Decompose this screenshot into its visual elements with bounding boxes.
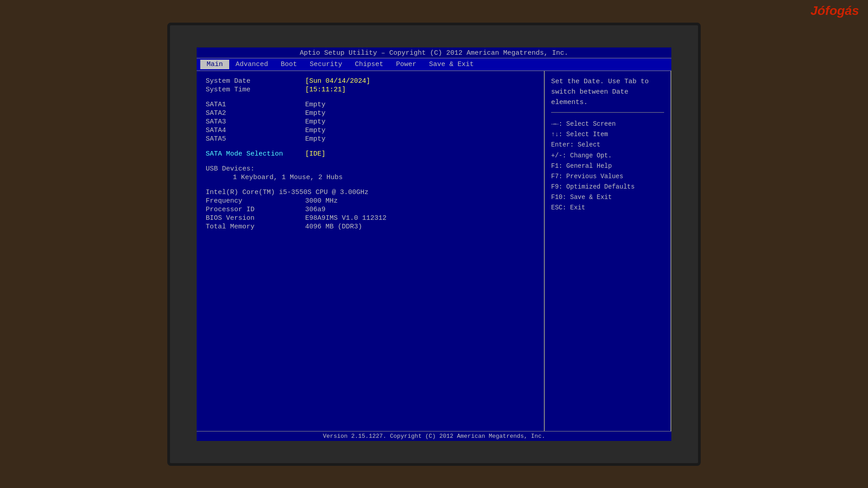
total-memory-row: Total Memory 4096 MB (DDR3) <box>206 223 535 231</box>
system-date-row: System Date [Sun 04/14/2024] <box>206 77 535 85</box>
sata3-row: SATA3 Empty <box>206 118 535 126</box>
shortcut-change-opt: +/-: Change Opt. <box>551 151 664 161</box>
menu-item-security[interactable]: Security <box>303 60 349 69</box>
menu-item-power[interactable]: Power <box>390 60 423 69</box>
sata2-label: SATA2 <box>206 109 305 117</box>
sata-mode-value[interactable]: [IDE] <box>305 150 326 158</box>
usb-devices-value: 1 Keyboard, 1 Mouse, 2 Hubs <box>206 174 535 181</box>
monitor-bezel: Aptio Setup Utility – Copyright (C) 2012… <box>167 23 701 466</box>
bios-version-value: E98A9IMS V1.0 112312 <box>305 214 387 222</box>
menu-item-chipset[interactable]: Chipset <box>349 60 390 69</box>
system-time-value[interactable]: [15:11:21] <box>305 86 346 94</box>
sata2-value: Empty <box>305 109 326 117</box>
menu-item-advanced[interactable]: Advanced <box>229 60 274 69</box>
sata1-value: Empty <box>305 101 326 109</box>
main-panel: System Date [Sun 04/14/2024] System Time… <box>197 71 545 431</box>
sata5-label: SATA5 <box>206 135 305 143</box>
shortcut-f9: F9: Optimized Defaults <box>551 182 664 192</box>
shortcut-enter: Enter: Select <box>551 140 664 150</box>
shortcut-esc: ESC: Exit <box>551 203 664 213</box>
sata-mode-row: SATA Mode Selection [IDE] <box>206 150 535 158</box>
watermark-logo: Jófogás <box>811 4 859 18</box>
total-memory-value: 4096 MB (DDR3) <box>305 223 362 231</box>
menu-item-save-exit[interactable]: Save & Exit <box>423 60 480 69</box>
cpu-label: Intel(R) Core(TM) i5-3550S CPU @ 3.00GHz <box>206 189 368 196</box>
usb-devices-label: USB Devices: <box>206 165 535 173</box>
help-text: Set the Date. Use Tab to switch between … <box>551 76 664 108</box>
bios-title: Aptio Setup Utility – Copyright (C) 2012… <box>197 47 671 58</box>
sata-mode-label: SATA Mode Selection <box>206 150 305 158</box>
bios-version-row: BIOS Version E98A9IMS V1.0 112312 <box>206 214 535 222</box>
menu-bar: Main Advanced Boot Security Chipset Powe… <box>197 58 671 71</box>
sata2-row: SATA2 Empty <box>206 109 535 117</box>
sata5-value: Empty <box>305 135 326 143</box>
frequency-label: Frequency <box>206 197 305 205</box>
bios-footer: Version 2.15.1227. Copyright (C) 2012 Am… <box>197 431 671 441</box>
processor-id-row: Processor ID 306a9 <box>206 206 535 213</box>
sata3-label: SATA3 <box>206 118 305 126</box>
menu-item-main[interactable]: Main <box>200 60 229 69</box>
shortcut-select-screen: →←: Select Screen <box>551 119 664 129</box>
processor-id-label: Processor ID <box>206 206 305 213</box>
sata5-row: SATA5 Empty <box>206 135 535 143</box>
system-time-label: System Time <box>206 86 305 94</box>
sata1-label: SATA1 <box>206 101 305 109</box>
sata4-row: SATA4 Empty <box>206 127 535 134</box>
sata4-value: Empty <box>305 127 326 134</box>
system-date-label: System Date <box>206 77 305 85</box>
system-date-value[interactable]: [Sun 04/14/2024] <box>305 77 370 85</box>
shortcut-f7: F7: Previous Values <box>551 171 664 182</box>
frequency-row: Frequency 3000 MHz <box>206 197 535 205</box>
help-panel: Set the Date. Use Tab to switch between … <box>545 71 671 431</box>
processor-id-value: 306a9 <box>305 206 326 213</box>
help-divider <box>551 112 664 113</box>
shortcut-f1: F1: General Help <box>551 161 664 171</box>
sata3-value: Empty <box>305 118 326 126</box>
shortcut-f10: F10: Save & Exit <box>551 192 664 203</box>
bios-container: Aptio Setup Utility – Copyright (C) 2012… <box>197 47 671 441</box>
system-time-row: System Time [15:11:21] <box>206 86 535 94</box>
frequency-value: 3000 MHz <box>305 197 338 205</box>
content-area: System Date [Sun 04/14/2024] System Time… <box>197 71 671 431</box>
bios-version-label: BIOS Version <box>206 214 305 222</box>
sata4-label: SATA4 <box>206 127 305 134</box>
total-memory-label: Total Memory <box>206 223 305 231</box>
menu-item-boot[interactable]: Boot <box>274 60 303 69</box>
sata1-row: SATA1 Empty <box>206 101 535 109</box>
shortcuts-section: →←: Select Screen ↑↓: Select Item Enter:… <box>551 119 664 213</box>
cpu-row: Intel(R) Core(TM) i5-3550S CPU @ 3.00GHz <box>206 189 535 196</box>
monitor-screen: Aptio Setup Utility – Copyright (C) 2012… <box>197 47 671 441</box>
shortcut-select-item: ↑↓: Select Item <box>551 129 664 140</box>
